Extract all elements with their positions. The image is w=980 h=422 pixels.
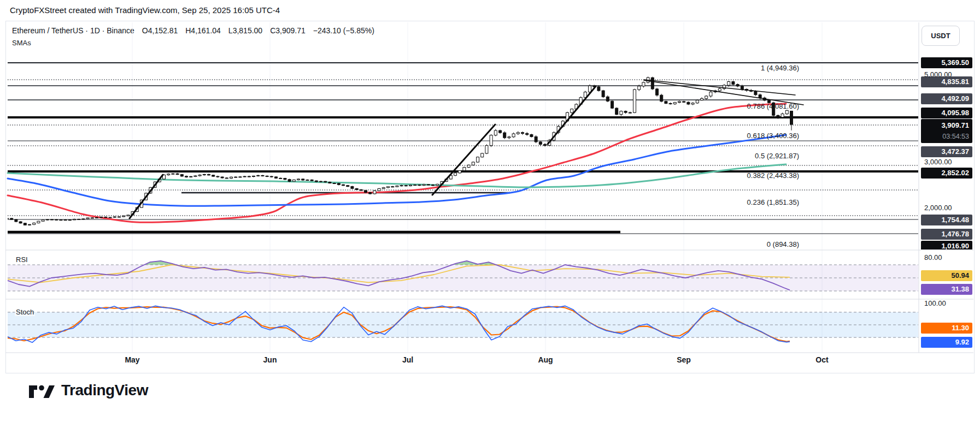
change-value: −243.10 (−5.85%) xyxy=(313,26,374,35)
time-axis-month-label[interactable]: Aug xyxy=(526,355,565,364)
ohlc-high: H4,161.04 xyxy=(185,26,221,35)
symbol-info-row[interactable]: Ethereum / TetherUS · 1D · Binance O4,15… xyxy=(12,26,374,35)
time-axis-month-label[interactable]: Oct xyxy=(803,355,841,364)
time-axis-month-label[interactable]: May xyxy=(113,355,151,364)
tradingview-footer[interactable]: TradingView xyxy=(28,381,148,400)
currency-toggle-button[interactable]: USDT xyxy=(922,26,960,46)
chart-card xyxy=(5,21,975,373)
smas-legend-label[interactable]: SMAs xyxy=(12,39,31,47)
ohlc-open: O4,152.81 xyxy=(142,26,178,35)
time-axis-month-label[interactable]: Jul xyxy=(389,355,427,364)
stoch-pane-title[interactable]: Stoch xyxy=(15,308,35,316)
time-axis-month-label[interactable]: Jun xyxy=(251,355,289,364)
ohlc-low: L3,815.00 xyxy=(228,26,262,35)
ohlc-close: C3,909.71 xyxy=(270,26,306,35)
tradingview-wordmark: TradingView xyxy=(61,382,148,399)
watermark-headline: CryptoFXStreet created with TradingView.… xyxy=(10,5,280,15)
time-axis-month-label[interactable]: Sep xyxy=(665,355,703,364)
rsi-pane-title[interactable]: RSI xyxy=(15,255,29,264)
tradingview-logo-icon xyxy=(28,381,55,400)
symbol-title: Ethereum / TetherUS · 1D · Binance xyxy=(12,26,134,35)
